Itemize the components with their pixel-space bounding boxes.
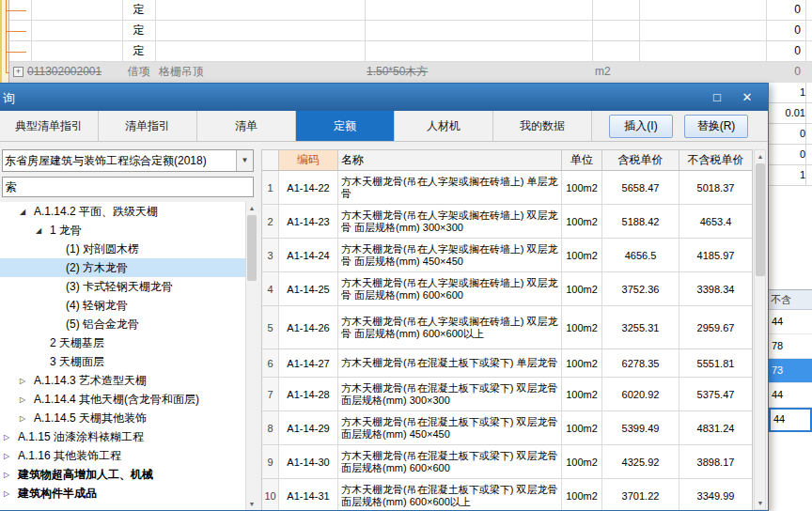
bill-row[interactable]: 定0 bbox=[0, 0, 812, 21]
tab-0[interactable]: 典型清单指引 bbox=[0, 111, 99, 141]
tree-item[interactable]: (5) 铝合金龙骨 bbox=[0, 315, 245, 333]
table-row[interactable]: 1A1-14-22方木天棚龙骨(吊在人字架或搁在砖墙上) 单层龙骨100m256… bbox=[262, 171, 752, 205]
bill-category: 定 bbox=[122, 21, 155, 40]
cell-name: 方木天棚龙骨(吊在人字架或搁在砖墙上) 双层龙骨 面层规格(mm) 600×60… bbox=[338, 306, 562, 348]
grid-cell: 1 bbox=[769, 83, 812, 103]
tree-item[interactable]: (2) 方木龙骨 bbox=[0, 258, 245, 277]
table-row[interactable]: 4A1-14-25方木天棚龙骨(吊在人字架或搁在砖墙上) 双层龙骨 面层规格(m… bbox=[262, 272, 752, 306]
tab-5[interactable]: 我的数据 bbox=[493, 111, 592, 141]
table-row[interactable]: 10A1-14-31方木天棚龙骨(吊在混凝土板下或梁下) 双层龙骨 面层规格(m… bbox=[262, 479, 752, 510]
tab-4[interactable]: 人材机 bbox=[395, 111, 493, 141]
tree-collapsed-icon[interactable]: ▷ bbox=[4, 452, 18, 460]
cell-code: A1-14-23 bbox=[279, 205, 338, 238]
tree-item[interactable]: (1) 对剖圆木楞 bbox=[0, 240, 245, 258]
expand-button[interactable]: + bbox=[13, 67, 23, 77]
tree-item[interactable]: ▷建筑构件半成品 bbox=[0, 484, 245, 503]
tree-item[interactable]: (4) 轻钢龙骨 bbox=[0, 296, 245, 315]
table-row[interactable]: 6A1-14-27方木天棚龙骨(吊在混凝土板下或梁下) 单层龙骨100m2627… bbox=[262, 349, 752, 378]
tree-item[interactable]: 2 天棚基层 bbox=[0, 333, 245, 352]
tree-scrollbar[interactable]: ▲ ▼ bbox=[245, 202, 258, 510]
row-number: 5 bbox=[262, 306, 279, 348]
bill-row[interactable]: 定0 bbox=[0, 41, 812, 62]
bill-spec: 1.50*50木方 bbox=[367, 62, 428, 82]
insert-button[interactable]: 插入(I) bbox=[609, 115, 673, 138]
row-number: 3 bbox=[262, 239, 279, 271]
table-row[interactable]: 9A1-14-30方木天棚龙骨(吊在混凝土板下或梁下) 双层龙骨 面层规格(mm… bbox=[262, 445, 752, 479]
bill-value: 0 bbox=[766, 21, 805, 40]
tree-expanded-icon[interactable]: ◢ bbox=[20, 208, 34, 216]
tree-collapsed-icon[interactable]: ▷ bbox=[4, 471, 18, 479]
tree-item[interactable]: ▷A.1.14.3 艺术造型天棚 bbox=[0, 371, 245, 390]
tree-collapsed-icon[interactable]: ▷ bbox=[20, 395, 34, 404]
cell-unit: 100m2 bbox=[562, 306, 602, 348]
header-unit[interactable]: 单位 bbox=[562, 150, 602, 170]
cell-code: A1-14-26 bbox=[279, 306, 338, 348]
cell-code: A1-14-29 bbox=[279, 411, 338, 444]
scroll-up-icon[interactable]: ▲ bbox=[755, 150, 766, 163]
scroll-down-icon[interactable]: ▼ bbox=[246, 498, 258, 510]
tree-collapsed-icon[interactable]: ▷ bbox=[20, 414, 34, 423]
close-button[interactable]: ✕ bbox=[736, 88, 758, 106]
scroll-thumb[interactable] bbox=[247, 215, 257, 281]
tree-item-label: A.1.15 油漆涂料裱糊工程 bbox=[18, 429, 144, 445]
scroll-thumb[interactable] bbox=[756, 163, 765, 276]
tree-item[interactable]: ▷建筑物超高增加人工、机械 bbox=[0, 465, 245, 484]
table-row[interactable]: 5A1-14-26方木天棚龙骨(吊在人字架或搁在砖墙上) 双层龙骨 面层规格(m… bbox=[262, 306, 752, 349]
lower-pane-cells: 4478734444 bbox=[769, 310, 812, 432]
tree-item-label: 3 天棚面层 bbox=[50, 354, 104, 370]
bill-value: 0 bbox=[766, 41, 805, 61]
cell-price-notax: 4831.24 bbox=[679, 411, 752, 444]
table-row[interactable]: 8A1-14-29方木天棚龙骨(吊在混凝土板下或梁下) 双层龙骨 面层规格(mm… bbox=[262, 411, 752, 445]
tab-1[interactable]: 清单指引 bbox=[99, 111, 197, 141]
bill-row[interactable]: 定0 bbox=[0, 21, 812, 41]
cell-price-notax: 5551.81 bbox=[679, 349, 752, 377]
cell-code: A1-14-27 bbox=[279, 349, 338, 377]
header-name[interactable]: 名称 bbox=[338, 150, 562, 170]
header-code[interactable]: 编码 bbox=[279, 150, 338, 170]
cell-name: 方木天棚龙骨(吊在混凝土板下或梁下) 单层龙骨 bbox=[338, 349, 562, 377]
tree-collapsed-icon[interactable]: ▷ bbox=[20, 377, 34, 385]
tree-collapsed-icon[interactable]: ▷ bbox=[4, 433, 18, 441]
tree-item-label: (3) 卡式轻钢天棚龙骨 bbox=[66, 279, 173, 295]
quota-library-select[interactable]: 东省房屋建筑与装饰工程综合定额(2018) ▼ bbox=[2, 149, 254, 172]
cell-unit: 100m2 bbox=[562, 272, 602, 305]
tab-2[interactable]: 清单 bbox=[197, 111, 296, 141]
tree-item[interactable]: ▷A.1.14.5 天棚其他装饰 bbox=[0, 409, 245, 427]
scroll-down-icon[interactable]: ▼ bbox=[755, 497, 766, 509]
cell-price-tax: 3752.36 bbox=[602, 272, 679, 305]
header-price-tax[interactable]: 含税单价 bbox=[602, 150, 679, 170]
row-number: 6 bbox=[262, 349, 279, 377]
cell-name: 方木天棚龙骨(吊在人字架或搁在砖墙上) 双层龙骨 面层规格(mm) 450×45… bbox=[338, 239, 562, 271]
header-price-notax[interactable]: 不含税单价 bbox=[679, 150, 752, 170]
tree-item[interactable]: (3) 卡式轻钢天棚龙骨 bbox=[0, 277, 245, 296]
tree-item[interactable]: 3 天棚面层 bbox=[0, 352, 245, 371]
tree-item[interactable]: ▷A.1.16 其他装饰工程 bbox=[0, 446, 245, 465]
row-number: 1 bbox=[262, 171, 279, 204]
tree-item-label: 1 龙骨 bbox=[50, 223, 82, 239]
tree-item[interactable]: ◢A.1.14.2 平面、跌级天棚 bbox=[0, 202, 245, 221]
grid-cell: 0 bbox=[769, 124, 812, 145]
tree-collapsed-icon[interactable]: ▷ bbox=[4, 489, 18, 498]
table-scrollbar[interactable]: ▲ ▼ bbox=[754, 149, 766, 510]
tree-item-label: A.1.16 其他装饰工程 bbox=[18, 448, 121, 464]
dialog-titlebar[interactable]: 询 □ ✕ bbox=[0, 84, 768, 111]
table-body: 1A1-14-22方木天棚龙骨(吊在人字架或搁在砖墙上) 单层龙骨100m256… bbox=[262, 171, 752, 510]
tree-expanded-icon[interactable]: ◢ bbox=[36, 226, 50, 235]
cell-price-notax: 3898.17 bbox=[679, 445, 752, 478]
tab-3[interactable]: 定额 bbox=[296, 111, 395, 141]
chevron-down-icon[interactable]: ▼ bbox=[236, 150, 253, 171]
maximize-button[interactable]: □ bbox=[706, 88, 728, 106]
replace-button[interactable]: 替换(R) bbox=[684, 115, 748, 138]
tree-item[interactable]: ▷A.1.15 油漆涂料裱糊工程 bbox=[0, 427, 245, 446]
query-dialog: 询 □ ✕ 典型清单指引清单指引清单定额人材机我的数据 插入(I) 替换(R) … bbox=[0, 83, 769, 511]
table-row[interactable]: 3A1-14-24方木天棚龙骨(吊在人字架或搁在砖墙上) 双层龙骨 面层规格(m… bbox=[262, 239, 752, 272]
cell-name: 方木天棚龙骨(吊在混凝土板下或梁下) 双层龙骨 面层规格(mm) 600×600… bbox=[338, 479, 562, 510]
disabled-bill-row[interactable]: + 011302002001 借项 格栅吊顶 1.50*50木方 m2 0 bbox=[9, 62, 812, 83]
scroll-up-icon[interactable]: ▲ bbox=[246, 202, 258, 214]
tree-item[interactable]: ◢1 龙骨 bbox=[0, 221, 245, 240]
table-row[interactable]: 7A1-14-28方木天棚龙骨(吊在混凝土板下或梁下) 双层龙骨 面层规格(mm… bbox=[262, 378, 752, 411]
tree-item[interactable]: ▷A.1.14.4 其他天棚(含龙骨和面层) bbox=[0, 390, 245, 409]
table-row[interactable]: 2A1-14-23方木天棚龙骨(吊在人字架或搁在砖墙上) 双层龙骨 面层规格(m… bbox=[262, 205, 752, 239]
search-input[interactable]: 索 bbox=[2, 177, 254, 197]
bill-unit: m2 bbox=[595, 62, 611, 82]
